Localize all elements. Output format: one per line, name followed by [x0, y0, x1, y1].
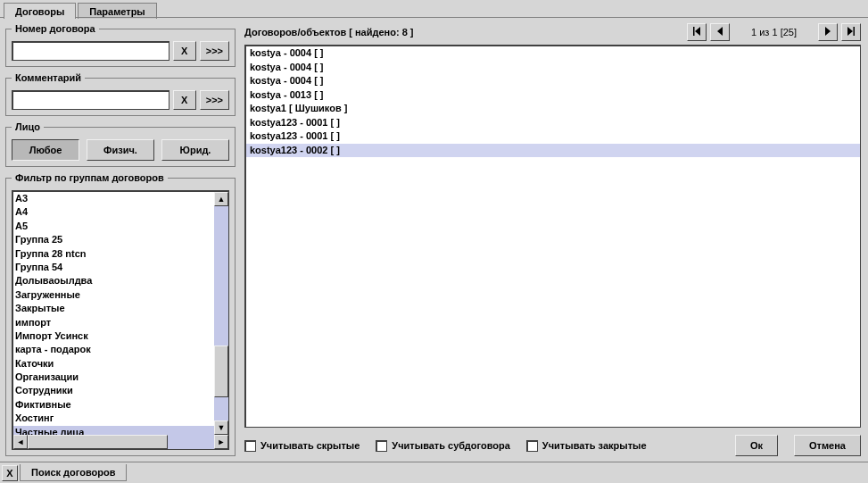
pager-last-button[interactable] [841, 23, 861, 41]
result-row[interactable]: kostya1 [ Шушиков ] [246, 102, 860, 116]
right-panel: Договоров/объектов [ найдено: 8 ] 1 из 1… [241, 18, 868, 462]
groups-legend: Фильтр по группам договоров [12, 172, 168, 183]
checkbox-closed-label: Учитывать закрытые [542, 440, 647, 451]
hscroll-right-button[interactable]: ► [214, 435, 228, 449]
checkbox-sub[interactable]: Учитывать субдоговора [376, 440, 510, 452]
scroll-down-button[interactable]: ▼ [214, 421, 228, 435]
person-phys-button[interactable]: Физич. [87, 139, 154, 161]
contract-number-input[interactable] [12, 41, 169, 61]
pager-prev-button[interactable] [710, 23, 730, 41]
comment-input[interactable] [12, 90, 169, 110]
ok-button[interactable]: Ок [735, 435, 778, 456]
bottom-tab-strip: X Поиск договоров [0, 462, 868, 483]
pager-next-button[interactable] [818, 23, 838, 41]
groups-list-item[interactable]: Каточки [13, 357, 214, 371]
groups-list-item[interactable]: Долываоылдва [13, 274, 214, 287]
result-row[interactable]: kostya - 0004 [ ] [246, 61, 860, 75]
groups-list-item[interactable]: Организации [13, 371, 214, 384]
result-row[interactable]: kostya123 - 0001 [ ] [246, 129, 860, 144]
groups-list-item[interactable]: Хостинг [13, 412, 214, 425]
groups-list-item[interactable]: импорт [13, 316, 214, 329]
comment-group: Комментарий X >>> [5, 72, 236, 116]
groups-list-item[interactable]: карта - подарок [13, 343, 214, 356]
left-panel: Номер договора X >>> Комментарий X >>> Л… [0, 18, 241, 462]
groups-listbox[interactable]: А3А4А5Группа 25Группа 28 ntcnГруппа 54До… [13, 192, 228, 435]
groups-list-item[interactable]: Закрытые [13, 302, 214, 315]
results-list[interactable]: kostya - 0004 [ ]kostya - 0004 [ ]kostya… [244, 45, 861, 428]
person-legend: Лицо [12, 121, 44, 132]
contract-number-clear-button[interactable]: X [173, 41, 196, 61]
result-row[interactable]: kostya - 0004 [ ] [246, 46, 860, 61]
checkbox-hidden[interactable]: Учитывать скрытые [244, 440, 360, 452]
checkbox-hidden-label: Учитывать скрытые [260, 440, 360, 451]
contract-number-group: Номер договора X >>> [5, 23, 236, 67]
scroll-track[interactable] [214, 206, 228, 421]
checkbox-icon [244, 440, 256, 452]
pager-label: 1 из 1 [25] [733, 27, 814, 37]
bottom-tab-search[interactable]: Поиск договоров [20, 464, 127, 481]
next-icon [823, 26, 833, 38]
groups-list-item[interactable]: Группа 54 [13, 261, 214, 274]
result-row[interactable]: kostya - 0004 [ ] [246, 74, 860, 88]
groups-filter-group: Фильтр по группам договоров А3А4А5Группа… [5, 172, 236, 456]
pager: 1 из 1 [25] [687, 23, 861, 41]
groups-list-item[interactable]: Фиктивные [13, 398, 214, 412]
groups-list-item[interactable]: Частные лица [13, 426, 214, 435]
checkbox-icon [526, 440, 538, 452]
person-jur-button[interactable]: Юрид. [161, 139, 229, 161]
top-tabs: Договоры Параметры [4, 0, 159, 18]
groups-list-item[interactable]: Загруженные [13, 288, 214, 302]
result-row[interactable]: kostya123 - 0002 [ ] [246, 144, 860, 158]
groups-list-item[interactable]: Сотрудники [13, 384, 214, 397]
groups-list-item[interactable]: Импорт Усинск [13, 329, 214, 343]
hscroll-left-button[interactable]: ◄ [13, 435, 28, 449]
cancel-button[interactable]: Отмена [794, 435, 861, 456]
groups-list-item[interactable]: Группа 25 [13, 233, 214, 246]
scroll-thumb[interactable] [214, 346, 228, 397]
comment-more-button[interactable]: >>> [200, 90, 229, 110]
groups-list-item[interactable]: А3 [13, 192, 214, 205]
last-icon [846, 26, 856, 38]
person-group: Лицо Любое Физич. Юрид. [5, 121, 236, 167]
groups-list-item[interactable]: А4 [13, 205, 214, 219]
groups-list-item[interactable]: А5 [13, 220, 214, 233]
result-row[interactable]: kostya - 0013 [ ] [246, 88, 860, 103]
result-row[interactable]: kostya123 - 0001 [ ] [246, 116, 860, 130]
tab-contracts[interactable]: Договоры [4, 3, 76, 19]
scroll-up-button[interactable]: ▲ [214, 192, 228, 206]
checkbox-icon [376, 440, 387, 452]
bottom-tab-close-button[interactable]: X [2, 465, 18, 481]
checkbox-sub-label: Учитывать субдоговора [392, 440, 510, 451]
hscroll-thumb[interactable] [28, 435, 168, 449]
person-any-button[interactable]: Любое [12, 139, 79, 161]
contract-number-legend: Номер договора [12, 23, 99, 34]
contract-number-more-button[interactable]: >>> [200, 41, 229, 61]
results-title: Договоров/объектов [ найдено: 8 ] [244, 27, 687, 37]
first-icon [691, 26, 702, 38]
groups-hscrollbar[interactable]: ◄ ► [13, 435, 228, 449]
prev-icon [715, 26, 725, 38]
groups-list-item[interactable]: Группа 28 ntcn [13, 247, 214, 261]
checkbox-closed[interactable]: Учитывать закрытые [526, 440, 647, 452]
pager-first-button[interactable] [687, 23, 707, 41]
hscroll-track[interactable] [28, 435, 214, 449]
comment-legend: Комментарий [12, 72, 85, 83]
comment-clear-button[interactable]: X [173, 90, 196, 110]
groups-vscrollbar[interactable]: ▲ ▼ [214, 192, 228, 435]
